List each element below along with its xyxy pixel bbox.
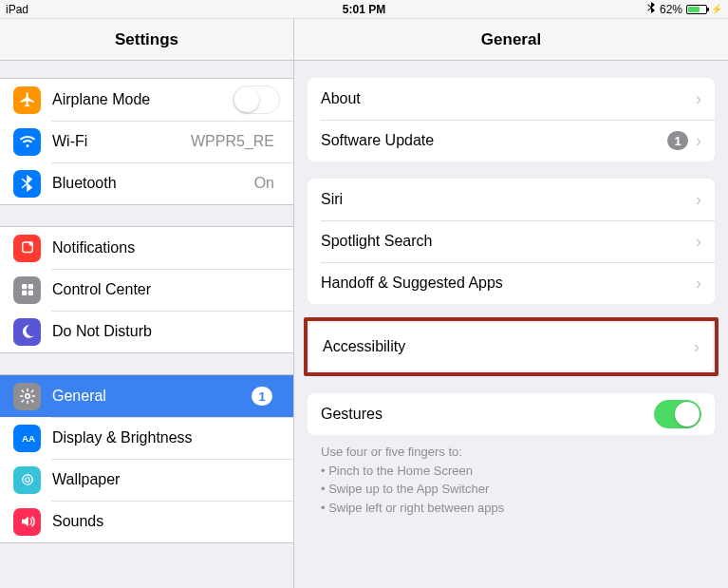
footer-bullet: Swipe left or right between apps: [321, 499, 701, 518]
detail-item-about[interactable]: About ›: [308, 78, 715, 120]
general-badge: 1: [252, 387, 272, 406]
detail-item-accessibility[interactable]: Accessibility ›: [309, 323, 713, 370]
detail-item-software-update[interactable]: Software Update 1 ›: [308, 120, 715, 161]
footer-intro: Use four or five fingers to:: [321, 443, 701, 462]
update-badge: 1: [667, 131, 688, 150]
detail-title: General: [294, 19, 728, 61]
sidebar-item-dnd[interactable]: Do Not Disturb: [0, 311, 293, 352]
sidebar-label: Airplane Mode: [52, 91, 233, 108]
svg-rect-5: [28, 291, 32, 295]
charging-icon: ⚡: [711, 4, 722, 14]
sidebar-item-notifications[interactable]: Notifications: [0, 227, 293, 269]
sidebar-item-sounds[interactable]: Sounds: [0, 501, 293, 542]
bluetooth-status-icon: [647, 2, 656, 16]
display-icon: AA: [13, 425, 41, 452]
notifications-icon: [13, 235, 41, 262]
footer-bullet: Pinch to the Home Screen: [321, 462, 701, 481]
gestures-footer: Use four or five fingers to: Pinch to th…: [294, 435, 728, 517]
sidebar-item-display[interactable]: AA Display & Brightness: [0, 417, 293, 459]
gestures-toggle[interactable]: [654, 400, 701, 428]
detail-pane: General About › Software Update 1 › Siri…: [294, 19, 728, 588]
sidebar-label: Wallpaper: [52, 471, 280, 488]
svg-rect-2: [22, 284, 27, 289]
detail-group-siri: Siri › Spotlight Search › Handoff & Sugg…: [308, 179, 715, 304]
sidebar-group-system: Notifications Control Center Do Not Dist…: [0, 226, 293, 353]
wifi-value: WPPR5_RE: [191, 133, 274, 150]
footer-bullet: Swipe up to the App Switcher: [321, 480, 701, 499]
svg-rect-4: [22, 291, 27, 295]
chevron-right-icon: ›: [696, 232, 701, 252]
sidebar-label: Bluetooth: [52, 175, 254, 192]
battery-percent: 62%: [660, 3, 682, 16]
sidebar-group-network: Airplane Mode Wi-Fi WPPR5_RE Bluetooth O…: [0, 78, 293, 205]
detail-label: Spotlight Search: [321, 233, 696, 250]
accessibility-highlight: Accessibility ›: [304, 317, 719, 376]
sidebar-label: Notifications: [52, 239, 280, 256]
sidebar-item-bluetooth[interactable]: Bluetooth On: [0, 162, 293, 204]
airplane-toggle[interactable]: [233, 85, 280, 114]
sidebar-label: Sounds: [52, 513, 280, 530]
sidebar-label: Display & Brightness: [52, 429, 280, 446]
detail-label: Software Update: [321, 132, 667, 149]
bluetooth-value: On: [254, 175, 274, 192]
settings-sidebar: Settings Airplane Mode Wi-Fi WPPR5_RE: [0, 19, 294, 588]
airplane-icon: [13, 86, 41, 114]
detail-item-siri[interactable]: Siri ›: [308, 179, 715, 220]
sidebar-item-general[interactable]: General 1: [0, 375, 293, 417]
detail-item-gestures[interactable]: Gestures: [308, 393, 715, 435]
sidebar-title: Settings: [0, 19, 293, 61]
chevron-right-icon: ›: [696, 274, 701, 294]
chevron-right-icon: ›: [696, 89, 701, 109]
svg-point-9: [25, 478, 29, 483]
chevron-right-icon: ›: [696, 131, 701, 151]
wifi-icon: [13, 128, 41, 156]
battery-icon: [686, 5, 707, 14]
detail-label: Siri: [321, 191, 696, 208]
svg-point-6: [25, 394, 29, 399]
bluetooth-icon: [13, 170, 41, 198]
detail-group-about: About › Software Update 1 ›: [308, 78, 715, 161]
sidebar-label: Wi-Fi: [52, 133, 191, 150]
sidebar-label: Control Center: [52, 281, 280, 298]
gear-icon: [13, 383, 41, 410]
status-bar: iPad 5:01 PM 62% ⚡: [0, 0, 728, 19]
controlcenter-icon: [13, 276, 41, 304]
moon-icon: [13, 318, 41, 346]
svg-text:AA: AA: [22, 433, 35, 444]
sidebar-item-controlcenter[interactable]: Control Center: [0, 269, 293, 311]
sidebar-item-airplane[interactable]: Airplane Mode: [0, 79, 293, 121]
detail-label: About: [321, 90, 696, 107]
detail-label: Handoff & Suggested Apps: [321, 275, 696, 292]
sidebar-label: General: [52, 388, 252, 405]
device-label: iPad: [6, 3, 28, 16]
sidebar-group-appearance: General 1 AA Display & Brightness Wallpa…: [0, 374, 293, 543]
detail-label: Accessibility: [323, 338, 694, 355]
chevron-right-icon: ›: [694, 337, 700, 357]
detail-item-spotlight[interactable]: Spotlight Search ›: [308, 220, 715, 262]
detail-item-handoff[interactable]: Handoff & Suggested Apps ›: [308, 262, 715, 304]
sidebar-item-wifi[interactable]: Wi-Fi WPPR5_RE: [0, 121, 293, 162]
chevron-right-icon: ›: [696, 190, 701, 210]
sidebar-item-wallpaper[interactable]: Wallpaper: [0, 459, 293, 501]
sidebar-label: Do Not Disturb: [52, 323, 280, 340]
wallpaper-icon: [13, 466, 41, 494]
clock: 5:01 PM: [343, 3, 385, 16]
detail-group-gestures: Gestures: [308, 393, 715, 435]
detail-label: Gestures: [321, 406, 654, 423]
sounds-icon: [13, 508, 41, 536]
svg-rect-3: [28, 284, 32, 289]
svg-point-1: [28, 241, 33, 246]
